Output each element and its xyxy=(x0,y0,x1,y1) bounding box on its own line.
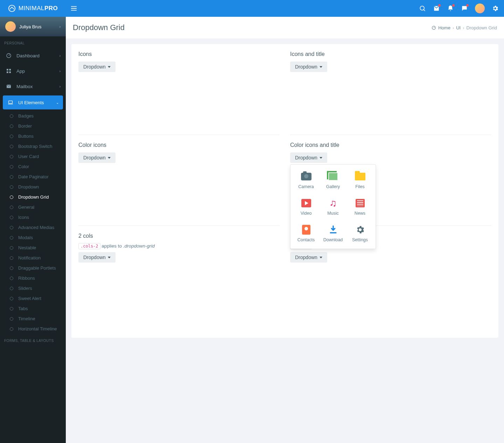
sidebar-subitem-modals[interactable]: Modals xyxy=(0,233,66,243)
sidebar-item-mailbox[interactable]: Mailbox › xyxy=(0,79,66,94)
circle-icon xyxy=(10,226,13,229)
svg-point-0 xyxy=(8,5,15,12)
sidebar-subitem-label: Icons xyxy=(18,215,29,220)
sidebar-subitem-icons[interactable]: Icons xyxy=(0,212,66,222)
grid-item-files[interactable]: Files xyxy=(348,168,372,192)
sidebar-subitem-general[interactable]: General xyxy=(0,202,66,212)
breadcrumb-separator: › xyxy=(453,25,454,30)
chevron-right-icon: › xyxy=(59,85,61,88)
grid-item-camera[interactable]: Camera xyxy=(294,168,318,192)
sidebar-subitem-badges[interactable]: Badges xyxy=(0,111,66,121)
dropdown-button-icons-title[interactable]: Dropdown xyxy=(290,62,327,72)
bell-icon[interactable] xyxy=(447,5,454,12)
grid-item-download[interactable]: Download xyxy=(321,221,345,245)
circle-icon xyxy=(10,114,13,118)
sidebar-subitem-border[interactable]: Border xyxy=(0,121,66,131)
sidebar-subitem-label: Ribbons xyxy=(18,276,35,281)
dropdown-button-icons[interactable]: Dropdown xyxy=(78,62,115,72)
svg-rect-3 xyxy=(7,69,8,71)
chat-icon[interactable] xyxy=(461,5,468,12)
caret-down-icon xyxy=(108,257,111,258)
sidebar-subitem-bootstrap-switch[interactable]: Bootstrap Switch xyxy=(0,141,66,151)
user-avatar[interactable] xyxy=(475,3,485,13)
dropdown-button-4cols[interactable]: Dropdown xyxy=(290,252,327,263)
circle-icon xyxy=(10,145,13,148)
main-box: Icons Dropdown Icons and title Dropdown xyxy=(71,44,498,338)
sidebar-subitem-draggable-portlets[interactable]: Draggable Portlets xyxy=(0,263,66,273)
circle-icon xyxy=(10,327,13,331)
caret-down-icon xyxy=(320,66,322,68)
sidebar-subitem-timeline[interactable]: Timeline xyxy=(0,314,66,324)
section-title-icons-title: Icons and title xyxy=(290,51,491,57)
svg-rect-4 xyxy=(9,69,11,71)
brand-logo[interactable]: MINIMALPRO xyxy=(0,0,66,17)
sidebar-subitem-color[interactable]: Color xyxy=(0,162,66,172)
sidebar: Juliya Brus › PERSONAL Dashboard › App ›… xyxy=(0,17,66,343)
settings-icon[interactable] xyxy=(492,5,499,12)
grid-item-contacts[interactable]: Contacts xyxy=(294,221,318,245)
sidebar-item-app[interactable]: App › xyxy=(0,63,66,79)
sidebar-item-dashboard[interactable]: Dashboard › xyxy=(0,48,66,63)
music-icon: ♫ xyxy=(328,198,339,209)
sidebar-subitem-label: Border xyxy=(18,123,32,129)
sidebar-subitem-horizontal-timeline[interactable]: Horizontal Timeline xyxy=(0,324,66,334)
dropdown-button-2cols[interactable]: Dropdown xyxy=(78,252,115,263)
svg-rect-9 xyxy=(330,232,336,234)
breadcrumb-home[interactable]: Home xyxy=(438,25,450,30)
sidebar-subitem-nestable[interactable]: Nestable xyxy=(0,243,66,253)
sidebar-toggle-button[interactable] xyxy=(71,5,78,12)
sidebar-subitem-sweet-alert[interactable]: Sweet Alert xyxy=(0,293,66,303)
sidebar-subitem-label: Horizontal Timeline xyxy=(18,326,57,331)
circle-icon xyxy=(10,195,13,199)
sidebar-subitem-advanced-medias[interactable]: Advanced Medias xyxy=(0,222,66,233)
grid-icon xyxy=(5,68,12,74)
sidebar-subitem-label: Timeline xyxy=(18,316,35,321)
sidebar-subitem-notification[interactable]: Notification xyxy=(0,253,66,263)
dashboard-icon xyxy=(432,26,436,30)
circle-icon xyxy=(10,124,13,128)
sidebar-subitem-user-card[interactable]: User Card xyxy=(0,151,66,162)
logo-icon xyxy=(8,5,16,12)
sidebar-subitem-dropdown[interactable]: Dropdown xyxy=(0,182,66,192)
sidebar-subitem-sliders[interactable]: Sliders xyxy=(0,283,66,293)
notification-dot xyxy=(452,4,455,7)
sidebar-item-ui-elements[interactable]: UI Elements ⌄ xyxy=(3,95,63,109)
sidebar-subitem-date-paginator[interactable]: Date Paginator xyxy=(0,172,66,182)
sidebar-subitem-ribbons[interactable]: Ribbons xyxy=(0,273,66,283)
breadcrumb-ui[interactable]: UI xyxy=(456,25,461,30)
sidebar-subitem-dropdown-grid[interactable]: Dropdown Grid xyxy=(0,192,66,202)
content-wrapper: Dropdown Grid Home › UI › Dropdown Grid … xyxy=(66,17,504,343)
search-icon[interactable] xyxy=(419,5,426,12)
user-name: Juliya Brus xyxy=(19,24,59,29)
chevron-right-icon: › xyxy=(59,69,61,73)
dropdown-button-color-icons[interactable]: Dropdown xyxy=(78,152,115,163)
grid-item-news[interactable]: News xyxy=(348,195,372,219)
sidebar-subitem-buttons[interactable]: Buttons xyxy=(0,131,66,141)
video-icon xyxy=(301,198,312,209)
user-avatar-small xyxy=(5,21,16,32)
grid-item-music[interactable]: ♫ Music xyxy=(321,195,345,219)
dropdown-button-color-icons-title[interactable]: Dropdown xyxy=(290,152,327,163)
caret-down-icon xyxy=(320,257,322,258)
grid-item-gallery[interactable]: Gallery xyxy=(321,168,345,192)
chevron-right-icon: › xyxy=(59,25,61,29)
grid-item-video[interactable]: Video xyxy=(294,195,318,219)
chevron-down-icon: ⌄ xyxy=(56,101,59,105)
camera-icon xyxy=(301,171,312,182)
circle-icon xyxy=(10,175,13,179)
envelope-icon xyxy=(5,84,12,89)
notification-dot xyxy=(466,4,469,7)
sidebar-subitem-label: User Card xyxy=(18,154,39,159)
sidebar-section-header: PERSONAL xyxy=(0,36,66,48)
sidebar-subitem-label: Color xyxy=(18,164,29,169)
sidebar-subitem-label: General xyxy=(18,205,34,210)
sidebar-subitem-tabs[interactable]: Tabs xyxy=(0,303,66,314)
circle-icon xyxy=(10,266,13,270)
gear-icon xyxy=(355,224,366,235)
mail-icon[interactable] xyxy=(433,5,440,12)
sidebar-subitem-label: Notification xyxy=(18,255,41,260)
sidebar-subitem-label: Sweet Alert xyxy=(18,296,41,301)
circle-icon xyxy=(10,297,13,300)
grid-item-settings[interactable]: Settings xyxy=(348,221,372,245)
user-panel[interactable]: Juliya Brus › xyxy=(0,17,66,36)
